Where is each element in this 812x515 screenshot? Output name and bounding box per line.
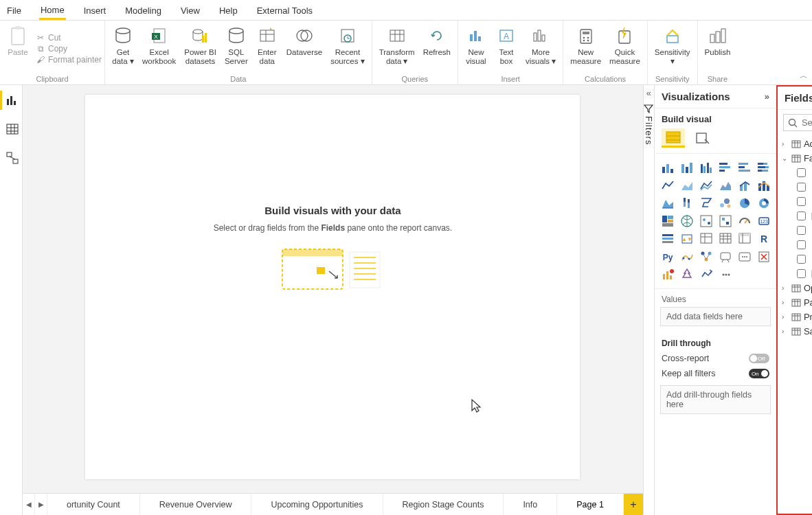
field-checkbox[interactable] (797, 168, 806, 177)
viz-type-4[interactable] (736, 159, 754, 176)
get-data-button[interactable]: Getdata ▾ (108, 22, 138, 75)
viz-type-16[interactable] (736, 195, 754, 211)
field-checkbox[interactable] (797, 226, 806, 235)
viz-type-23[interactable]: 123 (755, 213, 773, 229)
field-item[interactable]: Revenue (778, 238, 812, 252)
tabs-next-button[interactable]: ▶ (35, 494, 47, 515)
viz-type-30[interactable]: Py (659, 249, 677, 265)
menu-file[interactable]: File (5, 1, 23, 19)
field-checkbox[interactable] (797, 255, 806, 264)
model-view-button[interactable] (0, 148, 22, 168)
viz-type-29[interactable]: R (755, 231, 773, 247)
viz-type-21[interactable] (717, 213, 734, 229)
viz-type-34[interactable] (736, 249, 754, 265)
viz-type-11[interactable] (755, 177, 773, 194)
viz-type-2[interactable] (697, 159, 715, 176)
sensitivity-button[interactable]: Sensitivity▾ (651, 22, 695, 75)
viz-type-31[interactable] (678, 249, 696, 265)
tabs-prev-button[interactable]: ◀ (23, 494, 35, 515)
field-item[interactable]: Month (778, 209, 812, 223)
viz-type-1[interactable] (678, 159, 696, 176)
viz-type-13[interactable] (678, 195, 696, 211)
field-checkbox[interactable] (797, 240, 806, 249)
page-tab[interactable]: Page 1 (557, 494, 624, 515)
more-visuals-button[interactable]: Morevisuals ▾ (521, 22, 560, 75)
transform-data-button[interactable]: Transformdata ▾ (375, 22, 419, 75)
build-visual-tab[interactable] (662, 128, 685, 148)
values-well[interactable]: Add data fields here (660, 307, 771, 326)
field-checkbox[interactable] (797, 211, 806, 220)
viz-type-38[interactable] (697, 266, 715, 283)
fields-search-input[interactable] (802, 117, 812, 128)
format-visual-tab[interactable] (690, 128, 714, 148)
viz-type-18[interactable] (659, 213, 677, 229)
field-checkbox[interactable] (797, 269, 806, 278)
table-partner[interactable]: ›Partner (778, 295, 812, 310)
viz-type-39[interactable] (717, 266, 734, 283)
table-opportunity[interactable]: ›Opportunity (778, 281, 812, 295)
report-canvas[interactable]: Build visuals with your data Select or d… (85, 95, 580, 479)
recent-sources-button[interactable]: Recentsources ▾ (326, 22, 368, 75)
viz-type-10[interactable] (736, 177, 754, 194)
viz-type-32[interactable] (697, 249, 715, 265)
page-tab[interactable]: Region Stage Counts (383, 494, 504, 515)
excel-workbook-button[interactable]: XExcelworkbook (138, 22, 180, 75)
viz-type-33[interactable] (717, 249, 734, 265)
viz-type-6[interactable] (659, 177, 677, 194)
report-view-button[interactable] (0, 91, 22, 110)
menu-home[interactable]: Home (39, 1, 66, 20)
viz-type-22[interactable] (736, 213, 754, 229)
field-item[interactable]: Factored Revenue (778, 194, 812, 209)
table-product[interactable]: ›Product (778, 310, 812, 324)
viz-type-12[interactable] (659, 195, 677, 211)
table-account[interactable]: ›Account (778, 137, 812, 151)
viz-type-24[interactable] (659, 231, 677, 247)
field-item[interactable]: Avg Revenue (778, 180, 812, 194)
menu-insert[interactable]: Insert (82, 1, 108, 19)
cut-button[interactable]: ✂Cut (36, 33, 102, 43)
publish-button[interactable]: Publish (701, 22, 735, 75)
enter-data-button[interactable]: Enterdata (252, 22, 282, 75)
menu-external-tools[interactable]: External Tools (256, 1, 314, 19)
table-fact[interactable]: ⌄Fact⋯ (778, 151, 812, 165)
pbi-datasets-button[interactable]: Power BIdatasets (180, 22, 221, 75)
expand-filters-icon[interactable]: « (646, 88, 651, 98)
viz-type-26[interactable] (697, 231, 715, 247)
refresh-button[interactable]: Refresh (419, 22, 455, 75)
field-item[interactable]: Opportunity Cou... (778, 223, 812, 238)
viz-type-35[interactable] (755, 249, 773, 265)
field-item[interactable]: Tot Opportunity ... (778, 252, 812, 266)
viz-type-28[interactable] (736, 231, 754, 247)
viz-type-25[interactable]: ▲▼ (678, 231, 696, 247)
format-painter-button[interactable]: 🖌Format painter (36, 55, 102, 65)
add-page-button[interactable]: + (624, 494, 643, 515)
copy-button[interactable]: ⧉Copy (36, 44, 102, 54)
viz-type-15[interactable] (717, 195, 734, 211)
viz-type-14[interactable] (697, 195, 715, 211)
viz-type-20[interactable] (697, 213, 715, 229)
field-item[interactable]: Avg Opportunity... (778, 165, 812, 180)
viz-type-9[interactable] (717, 177, 734, 194)
menu-modeling[interactable]: Modeling (124, 1, 163, 19)
viz-type-8[interactable] (697, 177, 715, 194)
table-salesstage[interactable]: ›SalesStage (778, 324, 812, 339)
field-checkbox[interactable] (797, 197, 806, 206)
keep-filters-toggle[interactable]: On (749, 369, 769, 378)
filters-pane-collapsed[interactable]: « Filters (643, 85, 654, 515)
viz-type-7[interactable] (678, 177, 696, 194)
cross-report-toggle[interactable]: Off (749, 354, 769, 363)
field-checkbox[interactable] (797, 183, 806, 192)
page-tab[interactable]: Upcoming Opportunities (251, 494, 383, 515)
menu-view[interactable]: View (179, 1, 201, 19)
quick-measure-button[interactable]: Quickmeasure (605, 22, 644, 75)
field-item[interactable]: Year (778, 266, 812, 281)
page-tab[interactable]: Revenue Overview (140, 494, 252, 515)
text-box-button[interactable]: ATextbox (491, 22, 521, 75)
drillthrough-well[interactable]: Add drill-through fields here (660, 385, 771, 414)
dataverse-button[interactable]: Dataverse (282, 22, 326, 75)
collapse-viz-button[interactable]: » (765, 91, 769, 102)
viz-type-37[interactable] (678, 266, 696, 283)
viz-type-36[interactable] (659, 266, 677, 283)
viz-type-3[interactable] (717, 159, 734, 176)
viz-type-19[interactable] (678, 213, 696, 229)
